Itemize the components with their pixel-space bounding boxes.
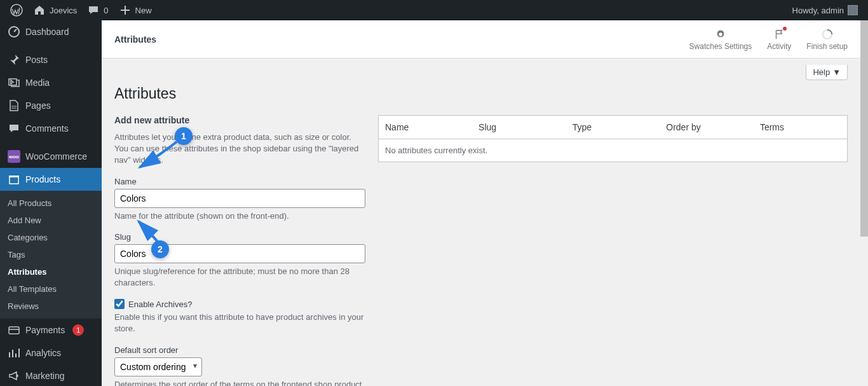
menu-dashboard[interactable]: Dashboard <box>0 20 102 43</box>
submenu-categories[interactable]: Categories <box>0 229 102 246</box>
comment-icon <box>87 4 100 17</box>
payments-badge: 1 <box>72 324 84 336</box>
main-content: Attributes Swatches Settings Activity <box>102 20 860 386</box>
action-label: Finish setup <box>806 42 848 51</box>
menu-label: Dashboard <box>25 27 69 37</box>
comment-icon <box>8 122 20 135</box>
flag-icon <box>773 28 785 41</box>
form-section-title: Add new attribute <box>114 115 365 125</box>
menu-payments[interactable]: Payments 1 <box>0 319 102 341</box>
new-link[interactable]: New <box>114 0 157 20</box>
plus-icon <box>119 4 132 17</box>
slug-input[interactable] <box>114 244 365 263</box>
submenu-products: All Products Add New Categories Tags Att… <box>0 191 102 319</box>
name-hint: Name for the attribute (shown on the fro… <box>114 210 365 222</box>
products-icon <box>8 173 20 186</box>
topbar-title: Attributes <box>114 34 156 45</box>
menu-label: Posts <box>25 55 48 65</box>
menu-label: Analytics <box>25 348 61 358</box>
comments-count: 0 <box>104 6 108 15</box>
th-orderby: Order by <box>660 116 754 139</box>
chevron-down-icon: ▼ <box>832 67 841 77</box>
add-attribute-form: Add new attribute Attributes let you def… <box>114 115 365 386</box>
action-label: Swatches Settings <box>689 42 752 51</box>
menu-woocommerce[interactable]: woo WooCommerce <box>0 145 102 168</box>
menu-label: Payments <box>25 325 65 335</box>
site-name: Joevics <box>50 6 77 15</box>
th-name: Name <box>379 116 473 139</box>
svg-rect-3 <box>9 176 19 177</box>
menu-pages[interactable]: Pages <box>0 94 102 117</box>
admin-sidebar: Dashboard Posts Media Pages Comments woo… <box>0 20 102 386</box>
action-label: Activity <box>767 42 791 51</box>
scrollbar-thumb[interactable] <box>860 20 868 237</box>
submenu-add-new[interactable]: Add New <box>0 212 102 229</box>
marketing-icon <box>8 369 20 382</box>
wordpress-icon <box>10 4 23 17</box>
finish-setup-button[interactable]: Finish setup <box>806 28 848 51</box>
slug-hint: Unique slug/reference for the attribute;… <box>114 266 365 289</box>
menu-posts[interactable]: Posts <box>0 48 102 71</box>
analytics-icon <box>8 347 20 359</box>
payments-icon <box>8 324 20 336</box>
menu-media[interactable]: Media <box>0 71 102 94</box>
submenu-reviews[interactable]: Reviews <box>0 298 102 315</box>
menu-label: Media <box>25 78 50 88</box>
home-icon <box>33 4 46 17</box>
menu-label: Pages <box>25 100 51 111</box>
activity-button[interactable]: Activity <box>767 28 791 51</box>
submenu-tags[interactable]: Tags <box>0 246 102 263</box>
menu-marketing[interactable]: Marketing <box>0 364 102 386</box>
swatches-settings-button[interactable]: Swatches Settings <box>689 28 752 51</box>
sort-label: Default sort order <box>114 345 365 355</box>
sort-select[interactable]: Custom ordering <box>114 357 202 376</box>
th-slug: Slug <box>472 116 566 139</box>
gear-icon <box>714 28 727 41</box>
svg-rect-4 <box>9 327 19 334</box>
archives-checkbox[interactable] <box>114 299 125 309</box>
menu-analytics[interactable]: Analytics <box>0 341 102 364</box>
comments-link[interactable]: 0 <box>82 0 113 20</box>
pin-icon <box>8 53 20 66</box>
progress-icon <box>821 28 834 41</box>
submenu-all-templates[interactable]: All Templates <box>0 280 102 298</box>
page-title: Attributes <box>114 85 848 102</box>
th-terms: Terms <box>754 116 848 139</box>
menu-comments[interactable]: Comments <box>0 117 102 140</box>
avatar <box>848 5 858 15</box>
submenu-all-products[interactable]: All Products <box>0 195 102 212</box>
form-section-desc: Attributes let you define extra product … <box>114 132 365 167</box>
page-topbar: Attributes Swatches Settings Activity <box>102 20 860 59</box>
menu-label: Comments <box>25 123 69 134</box>
help-label: Help <box>813 67 830 77</box>
menu-label: WooCommerce <box>25 151 87 162</box>
svg-rect-2 <box>10 177 18 184</box>
th-type: Type <box>566 116 660 139</box>
howdy-link[interactable]: Howdy, admin <box>787 0 863 20</box>
scrollbar[interactable] <box>860 20 868 386</box>
media-icon <box>8 76 20 89</box>
menu-label: Marketing <box>25 371 64 381</box>
wp-logo[interactable] <box>5 0 28 20</box>
sort-hint: Determines the sort order of the terms o… <box>114 379 365 387</box>
help-tab[interactable]: Help ▼ <box>806 65 848 80</box>
empty-row: No attributes currently exist. <box>379 139 848 162</box>
name-input[interactable] <box>114 189 365 208</box>
pages-icon <box>8 99 20 112</box>
archives-hint: Enable this if you want this attribute t… <box>114 312 365 334</box>
menu-products[interactable]: Products <box>0 168 102 191</box>
dashboard-icon <box>8 25 20 38</box>
submenu-attributes[interactable]: Attributes <box>0 263 102 280</box>
new-label: New <box>135 6 152 15</box>
archives-label: Enable Archives? <box>128 300 192 309</box>
menu-label: Products <box>25 174 60 184</box>
admin-bar: Joevics 0 New Howdy, admin <box>0 0 868 20</box>
attributes-table-wrap: Name Slug Type Order by Terms No attribu… <box>378 115 848 386</box>
howdy-text: Howdy, admin <box>792 6 844 15</box>
attributes-table: Name Slug Type Order by Terms No attribu… <box>378 115 848 162</box>
site-link[interactable]: Joevics <box>28 0 82 20</box>
woo-icon: woo <box>8 150 20 163</box>
name-label: Name <box>114 177 365 186</box>
slug-label: Slug <box>114 232 365 242</box>
